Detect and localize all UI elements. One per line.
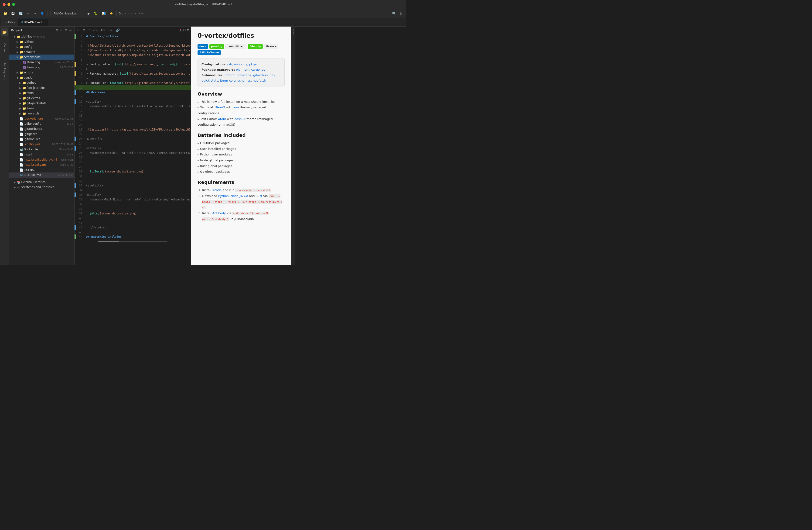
sub-iterm-link[interactable]: iterm-color-schemes <box>220 79 251 82</box>
go-link[interactable]: Go <box>244 194 248 198</box>
python-link[interactable]: Python <box>218 194 229 198</box>
tree-item-iterm[interactable]: ▶ 📁 iterm <box>9 106 74 111</box>
tree-item-atom-png[interactable]: 🖼 atom.png Yesterday 05:13 <box>9 60 74 65</box>
project-icon-btn[interactable]: 📁 <box>2 11 9 16</box>
tree-item-external-libraries[interactable]: ▶ 📚 External Libraries <box>9 180 74 185</box>
save-btn[interactable]: 💾 <box>10 11 16 16</box>
tree-item-scratches[interactable]: ▶ ✏ Scratches and Consoles <box>9 185 74 190</box>
minimize-button[interactable] <box>8 3 10 6</box>
tree-item-github[interactable]: ▶ 📁 .github <box>9 39 74 44</box>
tree-item-install-conf-yaml[interactable]: 📄 install.conf.yaml Today 01:03 <box>9 162 74 167</box>
forward-btn[interactable]: → <box>32 11 38 16</box>
tree-item-dotbot[interactable]: ▶ 📁 dotbot <box>9 80 74 85</box>
tree-item-dockerfile[interactable]: 🐋 Dockerfile Today 00:58 <box>9 147 74 152</box>
history-btn[interactable]: 👤 <box>39 11 46 16</box>
tab-close-icon[interactable]: ✕ <box>43 21 45 24</box>
tree-item-git-quick-stats[interactable]: ▶ 📁 git-quick-stats <box>9 101 74 106</box>
sub-git-extras-link[interactable]: git-extras <box>253 73 267 77</box>
tree-item-iterm-png[interactable]: 🖼 iterm.png 14.05.2021 <box>9 65 74 70</box>
config-zsh-link[interactable]: zsh <box>227 62 232 66</box>
code-line-31: 31 <box>74 174 191 178</box>
config-antibody-link[interactable]: antibody <box>234 62 247 66</box>
pkg-go-link[interactable]: go <box>262 68 265 71</box>
png-icon: 🖼 <box>23 61 26 64</box>
settings-btn[interactable]: ⚙ <box>398 11 404 16</box>
nodejs-link[interactable]: Node.js <box>231 194 242 198</box>
sub-dotbot-link[interactable]: dotbot <box>224 73 235 77</box>
h1-btn[interactable]: H1 <box>100 28 106 32</box>
tree-item-config-yml[interactable]: 📄 _config.yml 26.02.2021, 20:09 <box>9 142 74 147</box>
pkg-npm-link[interactable]: npm <box>243 68 249 71</box>
add-config-button[interactable]: Add Configuration... <box>50 11 81 16</box>
maximize-button[interactable] <box>12 3 15 6</box>
pkg-cargo-link[interactable]: cargo <box>251 68 260 71</box>
tab-readme[interactable]: M README.md ✕ <box>18 18 48 26</box>
traffic-lights[interactable] <box>3 3 15 6</box>
code-editor[interactable]: B ⊞ I <> H1 H2 🔗 📍 40 ▼ 1 # 0-vortex/dot… <box>74 27 191 265</box>
sub-neofetch-link[interactable]: neofetch <box>253 79 266 82</box>
sidebar-tab-dotfiles[interactable]: .dotfiles <box>1 18 18 26</box>
tree-item-gitattributes[interactable]: 📄 .gitattributes <box>9 126 74 131</box>
debug-btn[interactable]: 🐛 <box>92 11 99 16</box>
right-label-make[interactable]: make <box>291 27 295 37</box>
link-btn[interactable]: 🔗 <box>115 28 121 32</box>
iterm3-link[interactable]: iTerm3 <box>215 105 225 109</box>
tree-item-defaults[interactable]: ▶ 📁 defaults <box>9 49 74 55</box>
rust-link[interactable]: Rust <box>256 194 262 198</box>
table-btn[interactable]: ⊞ <box>82 28 86 32</box>
tree-item-config[interactable]: ▶ 📁 config <box>9 44 74 49</box>
tree-item-dockerignore[interactable]: 📄 .dockerignore Yesterday 22:56 <box>9 116 74 121</box>
tree-item-font-jetbrains[interactable]: ▶ 📁 font-jetbrains <box>9 85 74 90</box>
pkg-pip-link[interactable]: pip <box>236 68 241 71</box>
file-tree: Project ⚙ ≡ ⊞ ⋯ ▼ 📁 .dotfiles ~/.dotfile… <box>9 27 74 265</box>
code-line-22: 22 <box>74 132 191 137</box>
coverage-btn[interactable]: 📊 <box>100 11 107 16</box>
tree-item-neofetch[interactable]: ▶ 📁 neofetch <box>9 111 74 116</box>
tree-item-scripts[interactable]: ▶ 📁 scripts <box>9 70 74 75</box>
ayu-link[interactable]: ayu <box>233 105 239 109</box>
dashui-link[interactable]: dash-ui <box>234 117 246 121</box>
tree-gear-icon[interactable]: ⋯ <box>69 28 72 32</box>
sidebar-tab-project[interactable]: 📂 <box>1 28 9 36</box>
tree-item-readme[interactable]: M README.md Moments ago <box>9 172 74 177</box>
xcode-link[interactable]: Xcode <box>212 188 221 192</box>
italic-btn[interactable]: I <box>88 28 90 32</box>
tree-filter-icon[interactable]: ⊞ <box>64 28 68 32</box>
code-line-26: 26 <summary>Terminal: <a href="https://w… <box>74 151 191 155</box>
h2-btn[interactable]: H2 <box>107 28 114 32</box>
atom-link[interactable]: Atom <box>218 117 226 121</box>
tree-item-license[interactable]: 📄 LICENSE <box>9 167 74 172</box>
line-count: 📍 40 ▼ <box>179 29 189 32</box>
sub-powerline-link[interactable]: powerline <box>236 73 251 77</box>
run-btn[interactable]: ▶ <box>86 11 91 16</box>
close-button[interactable] <box>3 3 5 6</box>
tree-item-dotfiles[interactable]: ▼ 📁 .dotfiles ~/.dotfiles <box>9 34 74 39</box>
tree-item-gitignore[interactable]: 📄 .gitignore <box>9 131 74 137</box>
tree-item-editorconfig[interactable]: 📄 .editorconfig 230 B <box>9 121 74 126</box>
back-btn[interactable]: ← <box>25 11 31 16</box>
chevron-down-icon: ▼ <box>13 35 16 38</box>
line-content <box>84 178 191 183</box>
code-btn[interactable]: <> <box>92 28 99 32</box>
antibody-link[interactable]: Antibody <box>212 211 226 215</box>
tree-item-git-extras[interactable]: ▶ 📁 git-extras <box>9 96 74 101</box>
tree-item-fonts[interactable]: ▶ 📁 fonts <box>9 90 74 96</box>
profile-btn[interactable]: ⚡ <box>108 11 115 16</box>
tree-item-screenshots[interactable]: ▼ 📁 screenshots <box>9 55 74 60</box>
line-content: > <box>84 76 191 81</box>
tree-item-gitmodules[interactable]: 📄 .gitmodules <box>9 137 74 142</box>
bold-btn[interactable]: B <box>76 28 81 32</box>
sync-btn[interactable]: 🔄 <box>17 11 24 16</box>
search-btn[interactable]: 🔍 <box>391 11 397 16</box>
tree-sort-icon[interactable]: ≡ <box>60 28 63 32</box>
line-content <box>84 188 191 192</box>
right-sidebar: make <box>291 27 295 265</box>
tree-settings-icon[interactable]: ⚙ <box>55 28 59 32</box>
sidebar-label-commit[interactable]: Commit <box>2 42 7 55</box>
config-pkgsrc-link[interactable]: pkgsrc <box>249 62 259 66</box>
sidebar-label-pull-requests[interactable]: Pull Requests <box>2 61 7 82</box>
tree-item-vendor[interactable]: ▼ 📁 vendor <box>9 75 74 80</box>
line-content: [Atom](screenshots/atom.png) <box>84 211 191 216</box>
tree-item-install-conf-debian[interactable]: 📄 install.conf.debian.yaml Today 00:5 <box>9 157 74 162</box>
tree-item-install[interactable]: 📄 install 375 B <box>9 152 74 157</box>
